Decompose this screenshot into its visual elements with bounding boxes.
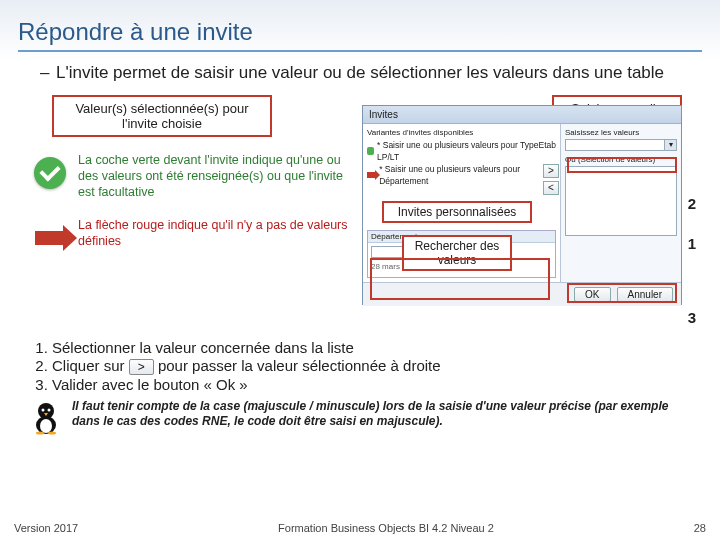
prompts-section-label: Variantes d'invites disponibles xyxy=(367,128,556,137)
steps-list: Sélectionner la valeur concernée dans la… xyxy=(30,339,690,393)
svg-point-4 xyxy=(48,409,51,412)
page-title: Répondre à une invite xyxy=(18,18,720,46)
step-2: Cliquer sur > pour passer la valeur séle… xyxy=(52,357,690,375)
warning-text: Il faut tenir compte de la case (majuscu… xyxy=(72,399,690,429)
transfer-button-inline: > xyxy=(129,359,154,375)
step-2-b: pour passer la valeur sélectionnée à dro… xyxy=(158,357,441,374)
svg-point-7 xyxy=(48,432,56,435)
penguin-icon xyxy=(30,399,62,435)
intro-bullet: –L'invite permet de saisir une valeur ou… xyxy=(40,62,680,83)
transfer-remove-button[interactable]: < xyxy=(543,181,559,195)
svg-point-1 xyxy=(40,419,52,433)
footer-version: Version 2017 xyxy=(14,522,78,534)
prompt-item-2[interactable]: * Saisir une ou plusieurs valeurs pour D… xyxy=(367,163,556,187)
svg-point-3 xyxy=(42,409,45,412)
check-icon xyxy=(34,157,66,189)
prompt-item-2-text: * Saisir une ou plusieurs valeurs pour D… xyxy=(379,163,556,187)
selected-list-label: Ou (Sélection de valeurs) xyxy=(565,155,677,164)
step-number-2: 2 xyxy=(688,195,696,212)
cancel-button[interactable]: Annuler xyxy=(617,287,673,302)
title-underline xyxy=(18,50,702,52)
step-3: Valider avec le bouton « Ok » xyxy=(52,376,690,393)
check-icon xyxy=(367,147,374,155)
selected-values-list[interactable] xyxy=(565,166,677,236)
callout-custom-prompts: Invites personnalisées xyxy=(382,201,532,223)
footer: Version 2017 Formation Business Objects … xyxy=(0,522,720,534)
dialog-title: Invites xyxy=(363,106,681,124)
footer-center: Formation Business Objects BI 4.2 Niveau… xyxy=(278,522,494,534)
intro-text: L'invite permet de saisir une valeur ou … xyxy=(56,63,664,82)
annotation-arrow-text: La flèche rouge indique qu'il n'y a pas … xyxy=(78,218,358,249)
arrow-red-icon xyxy=(367,172,376,178)
svg-point-6 xyxy=(36,432,44,435)
prompt-item-1-text: * Saisir une ou plusieurs valeurs pour T… xyxy=(377,139,556,163)
step-1: Sélectionner la valeur concernée dans la… xyxy=(52,339,690,356)
annotation-check: La coche verte devant l'invite indique q… xyxy=(30,153,358,200)
step-number-1: 1 xyxy=(688,235,696,252)
manual-value-input[interactable]: ▾ xyxy=(565,139,677,151)
prompt-item-1[interactable]: * Saisir une ou plusieurs valeurs pour T… xyxy=(367,139,556,163)
transfer-add-button[interactable]: > xyxy=(543,164,559,178)
transfer-buttons: > < xyxy=(543,164,559,198)
step-number-3: 3 xyxy=(688,309,696,326)
callout-search-values: Rechercher des valeurs xyxy=(402,235,512,271)
ok-button[interactable]: OK xyxy=(574,287,610,302)
annotation-arrow: La flèche rouge indique qu'il n'y a pas … xyxy=(30,218,358,258)
step-2-a: Cliquer sur xyxy=(52,357,125,374)
chevron-down-icon[interactable]: ▾ xyxy=(664,140,676,150)
manual-input-label: Saisissez les valeurs xyxy=(565,128,677,137)
warning-row: Il faut tenir compte de la case (majuscu… xyxy=(30,399,690,435)
svg-point-2 xyxy=(38,403,54,419)
footer-page: 28 xyxy=(694,522,706,534)
label-selected-values: Valeur(s) sélectionnée(s) pour l'invite … xyxy=(52,95,272,137)
arrow-red-icon xyxy=(35,231,65,245)
annotation-check-text: La coche verte devant l'invite indique q… xyxy=(78,153,358,200)
